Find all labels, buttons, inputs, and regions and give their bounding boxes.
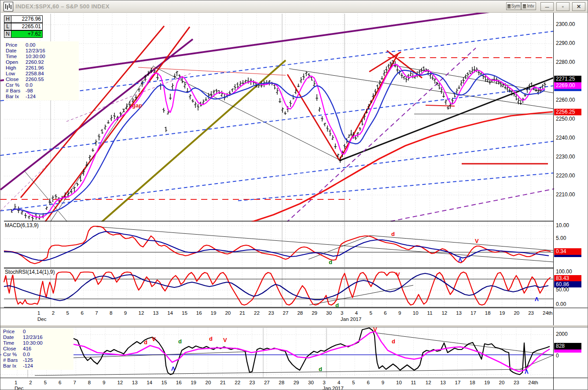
sym-icon: [507, 4, 511, 8]
sym-button[interactable]: Sym: [506, 2, 521, 10]
info-row: High2261.96: [6, 65, 79, 71]
title-bar[interactable]: INDEX:$SPX,60 – S&P 500 INDEX Sym Intv —…: [1, 0, 588, 13]
x-axis-main: [0, 308, 588, 325]
window-title: INDEX:$SPX,60 – S&P 500 INDEX: [15, 3, 110, 10]
maximize-icon: ▫: [562, 4, 564, 10]
y-axis-border-main: [553, 13, 554, 325]
info-row: Bar Ix-124: [3, 363, 74, 369]
info-row: Time10:30:00: [6, 54, 79, 59]
cursor-info-box: Price0.00Date12/23/16Time10:30:00Open226…: [4, 41, 79, 100]
info-row: Csr %0.0: [6, 82, 79, 88]
low-tag: L: [4, 23, 11, 30]
minimize-button[interactable]: —: [540, 2, 554, 11]
stochrsi-panel-title: StochRSI(14,14(1),9): [4, 269, 55, 275]
quote-row-net: N+7.62: [4, 30, 43, 38]
info-row: Date12/23/16: [3, 335, 74, 340]
net-tag: N: [4, 30, 11, 38]
macd-panel-canvas[interactable]: [0, 221, 588, 268]
bottom-cursor-info-box: Price0Date12/23/16Time10:30:00Close416Cs…: [1, 328, 74, 370]
close-button[interactable]: ✕: [572, 2, 585, 11]
info-row: Bar Ix-124: [6, 94, 79, 99]
quote-box: H2276.96 L2265.01 N+7.62: [4, 15, 43, 38]
stochrsi-red: [4, 272, 551, 305]
session-low-value: 2265.01: [11, 23, 43, 30]
info-row: Time10:30:00: [3, 340, 74, 346]
quote-row-low: L2265.01: [4, 23, 43, 30]
stochrsi-ma-navy: [4, 273, 548, 301]
chart-window: INDEX:$SPX,60 – S&P 500 INDEX Sym Intv —…: [0, 0, 588, 390]
quote-row-high: H2276.96: [4, 15, 43, 23]
chart-app-icon: [4, 2, 13, 11]
maximize-button[interactable]: ▫: [556, 2, 570, 11]
stochrsi-panel-canvas[interactable]: [0, 268, 588, 308]
intv-icon: [523, 4, 526, 8]
intv-button[interactable]: Intv: [521, 2, 536, 10]
macd-panel-title: MACD(6,13,9): [4, 222, 40, 228]
high-tag: H: [4, 15, 11, 23]
info-row: Close416: [3, 346, 74, 352]
info-row: # Bars-98: [6, 88, 79, 94]
y-axis-border-bottom: [553, 327, 554, 390]
bottom-osc-canvas[interactable]: [0, 327, 588, 378]
info-row: Price0: [3, 329, 74, 335]
session-high-value: 2276.96: [11, 15, 43, 23]
info-row: # Bars-125: [3, 357, 74, 363]
close-icon: ✕: [577, 4, 581, 10]
info-row: Low2258.84: [6, 71, 79, 77]
ma-fast-magenta: [11, 64, 545, 217]
x-axis-bottom: [0, 378, 588, 390]
info-row: Open2260.92: [6, 59, 79, 65]
info-row: Date12/23/16: [6, 48, 79, 54]
macd-fast-red: [4, 226, 551, 264]
minimize-icon: —: [545, 5, 549, 9]
info-row: Price0.00: [6, 42, 79, 48]
info-row: Close2260.55: [6, 77, 79, 82]
ma-slow-blue: [11, 70, 545, 214]
net-change-value: +7.62: [11, 30, 43, 38]
main-chart-canvas[interactable]: [0, 13, 588, 221]
info-row: Csr %0.0: [3, 352, 74, 357]
